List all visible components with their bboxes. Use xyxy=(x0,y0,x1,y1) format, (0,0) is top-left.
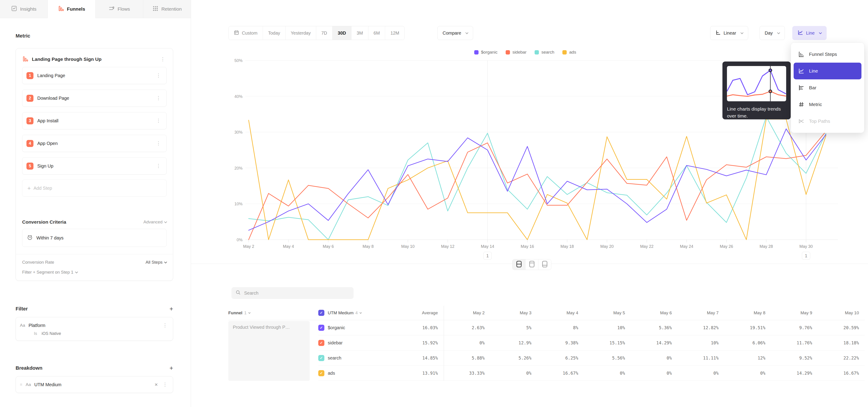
range-today[interactable]: Today xyxy=(263,26,285,40)
conversion-rate-label: Conversion Rate xyxy=(22,260,54,265)
day-column-header[interactable]: May 6 xyxy=(631,306,678,320)
breakdown-property[interactable]: UTM Medium xyxy=(34,382,151,387)
step-kebab-icon[interactable]: ⋮ xyxy=(155,72,162,79)
day-column-header[interactable]: May 3 xyxy=(491,306,537,320)
tab-flows[interactable]: Flows xyxy=(96,0,143,18)
step-kebab-icon[interactable]: ⋮ xyxy=(155,140,162,147)
y-axis-label: 30% xyxy=(235,130,243,134)
line-label: Line xyxy=(806,31,815,36)
interval-day-button[interactable]: Day xyxy=(760,26,785,40)
funnel-step-3[interactable]: 3App Install⋮ xyxy=(22,112,166,129)
funnel-step-4[interactable]: 4App Open⋮ xyxy=(22,135,166,152)
day-column-header[interactable]: May 2 xyxy=(444,306,491,320)
series-line-ads[interactable] xyxy=(249,119,826,240)
menu-item-label: Metric xyxy=(809,102,822,107)
tab-insights[interactable]: Insights xyxy=(0,0,48,18)
tab-retention[interactable]: Retention xyxy=(143,0,191,18)
breakdown-kebab-icon[interactable]: ⋮ xyxy=(161,381,169,388)
conversion-window[interactable]: Within 7 days xyxy=(22,229,166,247)
compare-label: Compare xyxy=(442,31,461,36)
select-all-checkbox[interactable]: ✓ xyxy=(318,310,324,316)
menu-item-funnel-steps[interactable]: Funnel Steps xyxy=(794,46,862,63)
x-axis-label: May 28 xyxy=(760,244,773,249)
series-checkbox[interactable]: ✓ xyxy=(318,325,324,331)
legend-item-search[interactable]: search xyxy=(535,50,554,55)
chart-type-line-button[interactable]: Line xyxy=(792,26,827,40)
step-kebab-icon[interactable]: ⋮ xyxy=(155,117,162,124)
search-input[interactable] xyxy=(244,290,349,296)
series-checkbox[interactable]: ✓ xyxy=(318,355,324,361)
day-column-header[interactable]: May 7 xyxy=(678,306,724,320)
legend-item-organic[interactable]: $organic xyxy=(474,50,498,55)
range-12m[interactable]: 12M xyxy=(385,26,404,40)
series-checkbox[interactable]: ✓ xyxy=(318,370,324,376)
drag-handle-icon[interactable]: ≡ xyxy=(20,382,22,387)
legend-item-ads[interactable]: ads xyxy=(562,50,576,55)
filter-property[interactable]: Platform xyxy=(29,323,158,328)
range-custom[interactable]: Custom xyxy=(228,26,263,40)
table-row-series-ads[interactable]: ✓ads xyxy=(318,366,393,381)
add-step-button[interactable]: + Add Step xyxy=(22,180,166,197)
search-icon xyxy=(236,290,241,296)
add-breakdown-button[interactable]: + xyxy=(169,365,173,371)
annotation-count: 1 xyxy=(805,253,807,258)
average-column-header[interactable]: Average xyxy=(393,306,444,320)
series-checkbox[interactable]: ✓ xyxy=(318,340,324,346)
range-30d[interactable]: 30D xyxy=(332,26,351,40)
linear-scale-icon xyxy=(715,30,721,36)
all-steps-dropdown[interactable]: All Steps xyxy=(146,260,166,265)
remove-breakdown-icon[interactable]: × xyxy=(155,381,158,388)
view-toggle-1[interactable] xyxy=(513,259,525,270)
filter-operator[interactable]: Is xyxy=(34,331,37,336)
series-line-organic[interactable] xyxy=(249,129,826,230)
day-column-header[interactable]: May 4 xyxy=(537,306,584,320)
day-value: 12.9% xyxy=(491,335,537,350)
funnel-step-2[interactable]: 2Download Page⋮ xyxy=(22,90,166,107)
table-row-series-organic[interactable]: ✓$organic xyxy=(318,320,393,335)
day-column-header[interactable]: May 5 xyxy=(584,306,631,320)
view-toggle-2[interactable] xyxy=(525,259,538,270)
metric-title: Landing Page through Sign Up xyxy=(32,57,155,62)
menu-item-metric[interactable]: Metric xyxy=(794,96,862,113)
breakdown-column-header[interactable]: ✓UTM Medium4 xyxy=(318,306,393,320)
range-6m[interactable]: 6M xyxy=(368,26,385,40)
range-yesterday[interactable]: Yesterday xyxy=(285,26,316,40)
divider xyxy=(16,254,173,254)
chart-type-menu: Funnel StepsLineBarMetricTop Paths xyxy=(791,42,864,133)
step-kebab-icon[interactable]: ⋮ xyxy=(155,163,162,169)
filter-value[interactable]: iOS Native xyxy=(41,331,61,336)
filter-segment-dropdown[interactable]: Filter + Segment on Step 1 xyxy=(22,270,166,275)
menu-item-bar[interactable]: Bar xyxy=(794,80,862,96)
table-row-series-sidebar[interactable]: ✓sidebar xyxy=(318,335,393,350)
series-line-search[interactable] xyxy=(249,117,826,240)
scale-linear-button[interactable]: Linear xyxy=(710,26,748,40)
day-value: 11.11% xyxy=(678,350,724,366)
advanced-dropdown[interactable]: Advanced xyxy=(143,220,166,224)
funnel-name-cell[interactable]: Product Viewed through P… xyxy=(228,321,310,381)
report-tabbar: InsightsFunnelsFlowsRetention xyxy=(0,0,191,18)
tab-funnels[interactable]: Funnels xyxy=(48,0,95,18)
table-row-series-search[interactable]: ✓search xyxy=(318,350,393,366)
x-axis-label: May 4 xyxy=(283,244,294,249)
menu-item-line[interactable]: Line xyxy=(794,63,862,80)
day-column-header[interactable]: May 9 xyxy=(771,306,818,320)
view-toggle-3[interactable] xyxy=(538,259,551,270)
day-value: 6.06% xyxy=(724,335,771,350)
step-kebab-icon[interactable]: ⋮ xyxy=(155,95,162,101)
funnel-step-1[interactable]: 1Landing Page⋮ xyxy=(22,67,166,84)
compare-button[interactable]: Compare xyxy=(437,26,473,40)
range-3m[interactable]: 3M xyxy=(351,26,368,40)
day-value: 6.25% xyxy=(537,350,584,366)
day-value: 15.15% xyxy=(584,335,631,350)
legend-item-sidebar[interactable]: sidebar xyxy=(506,50,526,55)
day-column-header[interactable]: May 8 xyxy=(724,306,771,320)
average-value: 13.91% xyxy=(393,366,444,381)
funnel-column-header[interactable]: Funnel1 xyxy=(228,306,318,320)
funnel-step-5[interactable]: 5Sign Up⋮ xyxy=(22,157,166,175)
metric-kebab-icon[interactable]: ⋮ xyxy=(159,56,166,63)
day-column-header[interactable]: May 10 xyxy=(818,306,865,320)
range-7d[interactable]: 7D xyxy=(316,26,333,40)
add-filter-button[interactable]: + xyxy=(169,306,173,312)
filter-kebab-icon[interactable]: ⋮ xyxy=(161,322,169,329)
breakdown-section: Breakdown + ≡ Aa UTM Medium × ⋮ xyxy=(16,365,173,393)
